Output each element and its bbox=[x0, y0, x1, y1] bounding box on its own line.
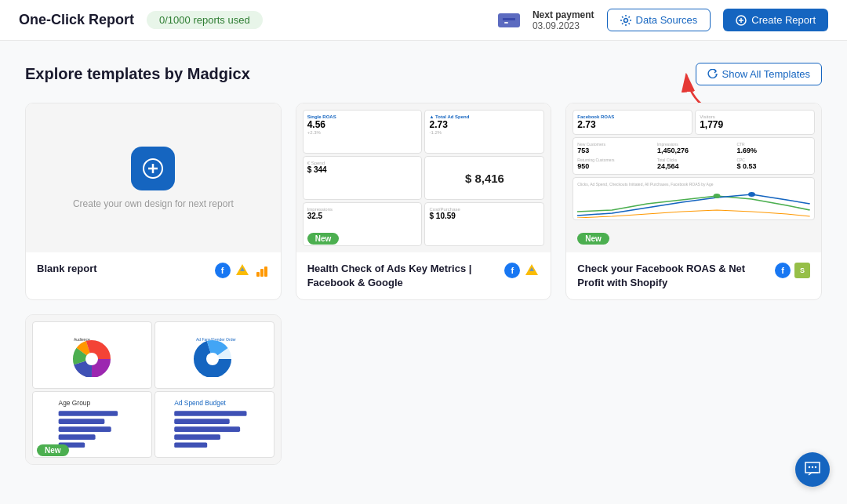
template-icons-blank: f bbox=[215, 263, 270, 278]
create-report-button[interactable]: Create Report bbox=[723, 9, 828, 31]
svg-point-3 bbox=[623, 18, 627, 22]
svg-rect-13 bbox=[256, 272, 260, 277]
new-badge-health: New bbox=[307, 233, 340, 245]
svg-point-18 bbox=[714, 194, 721, 198]
facebook-icon-3: f bbox=[775, 263, 791, 278]
svg-rect-15 bbox=[264, 267, 267, 277]
template-name-blank: Blank report bbox=[37, 262, 209, 276]
template-card-audience[interactable]: Audience Ad Fans/Gender Order bbox=[25, 314, 282, 465]
chat-button[interactable] bbox=[795, 452, 830, 487]
gear-icon bbox=[620, 15, 631, 26]
main-content: Explore templates by Madgicx Show All Te… bbox=[0, 41, 847, 487]
plus-circle-icon bbox=[736, 15, 747, 26]
new-badge-audience: New bbox=[37, 444, 69, 456]
data-sources-button[interactable]: Data Sources bbox=[607, 9, 711, 31]
template-card-blank[interactable]: Create your own design for next report B… bbox=[25, 103, 282, 300]
svg-rect-1 bbox=[503, 18, 515, 20]
audience-pie-2: Ad Fans/Gender Order bbox=[154, 321, 274, 389]
payment-card-icon bbox=[498, 13, 520, 27]
blank-preview: Create your own design for next report bbox=[26, 103, 281, 252]
templates-grid: Create your own design for next report B… bbox=[25, 103, 822, 300]
svg-rect-39 bbox=[174, 419, 229, 424]
app-logo: One-Click Report bbox=[19, 12, 134, 28]
svg-rect-40 bbox=[174, 426, 240, 432]
svg-text:Age Group: Age Group bbox=[59, 399, 91, 407]
next-payment-info: Next payment 03.09.2023 bbox=[533, 9, 594, 31]
bottom-templates-row: Audience Ad Fans/Gender Order bbox=[25, 314, 822, 465]
template-footer-blank: Blank report f bbox=[26, 252, 281, 288]
template-footer-roas: Check your Facebook ROAS & Net Profit wi… bbox=[566, 252, 821, 299]
svg-point-44 bbox=[812, 466, 813, 468]
template-footer-health: Health Check of Ads Key Metrics | Facebo… bbox=[296, 252, 551, 299]
template-name-roas: Check your Facebook ROAS & Net Profit wi… bbox=[577, 262, 769, 290]
svg-rect-38 bbox=[174, 411, 246, 416]
data-sources-label: Data Sources bbox=[636, 14, 698, 26]
audience-bar-2: Ad Spend Budget bbox=[154, 391, 274, 459]
svg-rect-14 bbox=[260, 269, 264, 277]
svg-rect-35 bbox=[59, 434, 96, 440]
google-ads-icon bbox=[234, 263, 250, 278]
svg-rect-33 bbox=[59, 419, 105, 424]
blank-icon bbox=[131, 147, 175, 190]
next-payment-label: Next payment bbox=[533, 9, 594, 20]
template-icons-health: f bbox=[504, 263, 540, 278]
next-payment-date: 03.09.2023 bbox=[533, 20, 594, 31]
svg-text:Ad Spend Budget: Ad Spend Budget bbox=[174, 399, 226, 407]
audience-pie-1: Audience bbox=[32, 321, 152, 389]
svg-rect-42 bbox=[174, 442, 207, 448]
svg-point-43 bbox=[809, 466, 810, 468]
facebook-icon: f bbox=[215, 263, 231, 278]
section-title: Explore templates by Madgicx bbox=[25, 65, 250, 83]
template-name-health: Health Check of Ads Key Metrics | Facebo… bbox=[307, 262, 499, 290]
usage-indicator: 0/1000 reports used bbox=[147, 11, 263, 29]
template-icons-roas: f S bbox=[775, 263, 810, 278]
svg-rect-2 bbox=[504, 22, 508, 24]
svg-point-19 bbox=[748, 192, 755, 197]
header: One-Click Report 0/1000 reports used Nex… bbox=[0, 0, 847, 41]
svg-rect-34 bbox=[59, 426, 111, 432]
google-ads-icon-2 bbox=[524, 263, 540, 278]
bar-chart-icon bbox=[254, 263, 270, 278]
shopify-icon: S bbox=[794, 263, 810, 278]
svg-point-45 bbox=[815, 466, 816, 468]
svg-rect-41 bbox=[174, 434, 220, 440]
template-card-roas[interactable]: Facebook ROAS 2.73 Visitors 1,779 New Cu… bbox=[565, 103, 822, 300]
health-check-preview: Single ROAS 4.56 +2.3% ▲ Total Ad Spend … bbox=[296, 103, 551, 252]
template-card-health-check[interactable]: Single ROAS 4.56 +2.3% ▲ Total Ad Spend … bbox=[296, 103, 552, 300]
audience-preview: Audience Ad Fans/Gender Order bbox=[26, 315, 281, 464]
facebook-icon-2: f bbox=[504, 263, 520, 278]
roas-preview: Facebook ROAS 2.73 Visitors 1,779 New Cu… bbox=[566, 103, 821, 252]
blank-preview-label: Create your own design for next report bbox=[73, 198, 234, 209]
create-report-label: Create Report bbox=[751, 14, 816, 26]
new-badge-roas: New bbox=[577, 233, 609, 245]
svg-rect-32 bbox=[59, 411, 118, 416]
